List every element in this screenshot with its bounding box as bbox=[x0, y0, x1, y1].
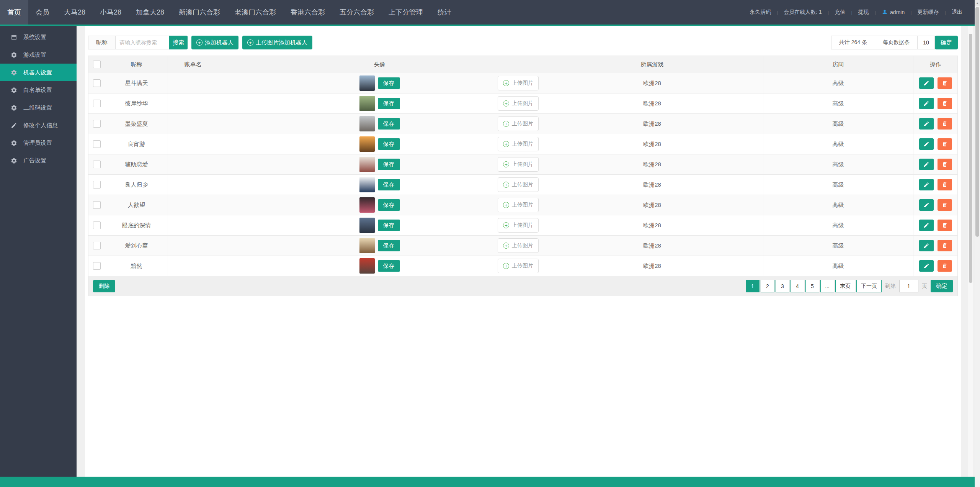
delete-selected-button[interactable]: 删除 bbox=[93, 280, 115, 292]
scrollbar-thumb[interactable] bbox=[975, 7, 979, 237]
save-button[interactable]: 保存 bbox=[378, 240, 400, 251]
sidebar-item[interactable]: 修改个人信息 bbox=[0, 116, 77, 134]
per-page-input[interactable] bbox=[917, 36, 935, 49]
upload-image-button[interactable]: +上传图片 bbox=[498, 137, 539, 151]
nav-right-link[interactable]: 退出 bbox=[952, 9, 962, 16]
nav-tab[interactable]: 老澳门六合彩 bbox=[227, 0, 283, 25]
delete-button[interactable] bbox=[938, 159, 952, 170]
upload-image-button[interactable]: +上传图片 bbox=[498, 116, 539, 131]
plus-circle-icon: + bbox=[503, 80, 509, 86]
save-button[interactable]: 保存 bbox=[378, 260, 400, 272]
edit-button[interactable] bbox=[919, 159, 934, 170]
nav-tab[interactable]: 会员 bbox=[28, 0, 57, 25]
admin-user-link[interactable]: admin bbox=[882, 9, 905, 16]
delete-button[interactable] bbox=[938, 98, 952, 109]
nav-tab[interactable]: 加拿大28 bbox=[129, 0, 172, 25]
sidebar-item[interactable]: 白名单设置 bbox=[0, 81, 77, 99]
goto-page-input[interactable] bbox=[899, 280, 918, 292]
upload-image-button[interactable]: +上传图片 bbox=[498, 198, 539, 212]
save-button[interactable]: 保存 bbox=[378, 77, 400, 89]
upload-image-button[interactable]: +上传图片 bbox=[498, 157, 539, 172]
nav-tab[interactable]: 统计 bbox=[430, 0, 459, 25]
edit-button[interactable] bbox=[919, 77, 934, 89]
edit-button[interactable] bbox=[919, 118, 934, 130]
search-input[interactable] bbox=[116, 36, 169, 49]
edit-button[interactable] bbox=[919, 260, 934, 272]
row-checkbox[interactable] bbox=[93, 161, 101, 168]
page-button[interactable]: 4 bbox=[791, 280, 804, 292]
row-checkbox[interactable] bbox=[93, 100, 101, 107]
edit-button[interactable] bbox=[919, 199, 934, 211]
sidebar-item[interactable]: 二维码设置 bbox=[0, 99, 77, 116]
edit-button[interactable] bbox=[919, 138, 934, 150]
per-page-confirm-button[interactable]: 确定 bbox=[935, 36, 958, 49]
row-checkbox[interactable] bbox=[93, 201, 101, 209]
save-button[interactable]: 保存 bbox=[378, 179, 400, 190]
select-all-checkbox[interactable] bbox=[93, 61, 101, 68]
upload-image-button[interactable]: +上传图片 bbox=[498, 76, 539, 90]
add-robot-button[interactable]: +添加机器人 bbox=[191, 36, 238, 49]
nav-tab[interactable]: 大马28 bbox=[57, 0, 93, 25]
page-button[interactable]: 末页 bbox=[835, 280, 855, 292]
save-button[interactable]: 保存 bbox=[378, 118, 400, 130]
page-button[interactable]: 下一页 bbox=[856, 280, 882, 292]
save-button[interactable]: 保存 bbox=[378, 220, 400, 231]
nav-right-link[interactable]: 充值 bbox=[835, 9, 845, 16]
nav-tab[interactable]: 新澳门六合彩 bbox=[172, 0, 227, 25]
row-checkbox[interactable] bbox=[93, 181, 101, 189]
nav-tab[interactable]: 上下分管理 bbox=[381, 0, 430, 25]
page-button[interactable]: 1 bbox=[746, 280, 760, 292]
sidebar-item[interactable]: 系统设置 bbox=[0, 28, 77, 46]
scrollbar-thumb[interactable] bbox=[969, 34, 972, 283]
edit-button[interactable] bbox=[919, 98, 934, 109]
upload-image-button[interactable]: +上传图片 bbox=[498, 177, 539, 192]
scrollbar-up-arrow-icon[interactable]: ▲ bbox=[975, 0, 980, 6]
delete-button[interactable] bbox=[938, 138, 952, 150]
row-checkbox[interactable] bbox=[93, 242, 101, 249]
nav-tab[interactable]: 五分六合彩 bbox=[332, 0, 381, 25]
row-checkbox[interactable] bbox=[93, 221, 101, 229]
upload-add-robot-button[interactable]: +上传图片添加机器人 bbox=[242, 36, 312, 49]
upload-image-button[interactable]: +上传图片 bbox=[498, 218, 539, 233]
save-button[interactable]: 保存 bbox=[378, 199, 400, 211]
nav-right-link[interactable]: 永久活码 bbox=[750, 9, 771, 16]
save-button[interactable]: 保存 bbox=[378, 138, 400, 150]
page-button[interactable]: 5 bbox=[805, 280, 819, 292]
delete-button[interactable] bbox=[938, 179, 952, 190]
edit-button[interactable] bbox=[919, 179, 934, 190]
search-button[interactable]: 搜索 bbox=[169, 36, 188, 49]
save-button[interactable]: 保存 bbox=[378, 98, 400, 109]
row-checkbox[interactable] bbox=[93, 120, 101, 128]
sidebar-item[interactable]: 广告设置 bbox=[0, 152, 77, 169]
goto-page-confirm-button[interactable]: 确定 bbox=[931, 280, 953, 292]
nav-right-link[interactable]: 更新缓存 bbox=[918, 9, 939, 16]
upload-image-button[interactable]: +上传图片 bbox=[498, 238, 539, 253]
delete-button[interactable] bbox=[938, 240, 952, 251]
row-checkbox[interactable] bbox=[93, 140, 101, 148]
sidebar-item[interactable]: 管理员设置 bbox=[0, 134, 77, 152]
upload-image-button[interactable]: +上传图片 bbox=[498, 259, 539, 273]
sidebar-item[interactable]: 机器人设置 bbox=[0, 64, 77, 81]
upload-image-button[interactable]: +上传图片 bbox=[498, 96, 539, 111]
save-button[interactable]: 保存 bbox=[378, 159, 400, 170]
nav-tab[interactable]: 首页 bbox=[0, 0, 28, 25]
page-button[interactable]: 2 bbox=[761, 280, 774, 292]
sidebar-item-label: 管理员设置 bbox=[23, 139, 52, 147]
nav-right-link[interactable]: 提现 bbox=[858, 9, 869, 16]
delete-button[interactable] bbox=[938, 220, 952, 231]
edit-button[interactable] bbox=[919, 220, 934, 231]
delete-button[interactable] bbox=[938, 199, 952, 211]
sidebar-item[interactable]: 游戏设置 bbox=[0, 46, 77, 64]
delete-button[interactable] bbox=[938, 260, 952, 272]
delete-button[interactable] bbox=[938, 77, 952, 89]
row-checkbox[interactable] bbox=[93, 262, 101, 270]
page-button[interactable]: 3 bbox=[776, 280, 789, 292]
page-button[interactable]: ... bbox=[820, 280, 834, 292]
row-checkbox[interactable] bbox=[93, 79, 101, 87]
inner-scrollbar[interactable] bbox=[968, 26, 973, 477]
nav-tab[interactable]: 香港六合彩 bbox=[283, 0, 332, 25]
delete-button[interactable] bbox=[938, 118, 952, 130]
outer-scrollbar[interactable]: ▲ bbox=[975, 0, 980, 487]
edit-button[interactable] bbox=[919, 240, 934, 251]
nav-tab[interactable]: 小马28 bbox=[93, 0, 129, 25]
